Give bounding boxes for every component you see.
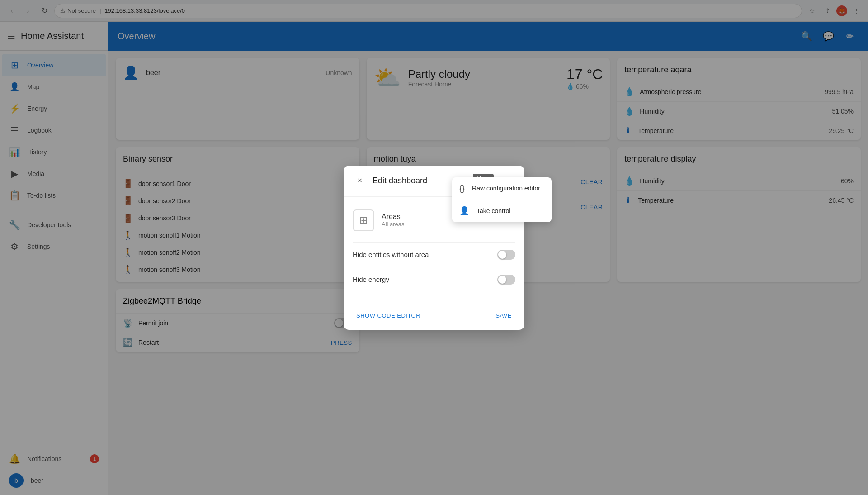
edit-dashboard-modal: × Edit dashboard ⋮ Menu {} Raw configura…: [344, 166, 524, 330]
area-label: Areas: [382, 213, 405, 221]
show-code-editor-button[interactable]: SHOW CODE EDITOR: [353, 309, 424, 323]
hide-entities-toggle[interactable]: [497, 250, 515, 260]
toggle-row-hide-energy: Hide energy: [353, 267, 515, 292]
modal-close-button[interactable]: ×: [353, 174, 367, 188]
save-button[interactable]: SAVE: [492, 309, 515, 323]
context-menu-item-raw[interactable]: {} Raw configuration editor: [452, 177, 552, 200]
modal-footer: SHOW CODE EDITOR SAVE: [344, 301, 524, 330]
take-control-label: Take control: [476, 207, 510, 214]
hide-entities-label: Hide entities without area: [353, 251, 497, 258]
raw-config-label: Raw configuration editor: [472, 185, 540, 192]
hide-energy-toggle[interactable]: [497, 275, 515, 285]
take-control-icon: 👤: [459, 206, 469, 216]
area-icon-box: ⊞: [353, 209, 374, 231]
raw-config-icon: {}: [459, 184, 465, 193]
modal-header: × Edit dashboard ⋮ Menu {} Raw configura…: [344, 166, 524, 197]
modal-menu-wrapper: ⋮ Menu {} Raw configuration editor 👤 Tak…: [499, 173, 515, 189]
areas-grid-icon: ⊞: [359, 214, 368, 226]
hide-energy-label: Hide energy: [353, 276, 497, 283]
context-menu-item-take-control[interactable]: 👤 Take control: [452, 200, 552, 222]
area-info: Areas All areas: [382, 213, 405, 228]
toggle-row-hide-entities: Hide entities without area: [353, 242, 515, 267]
modal-overlay[interactable]: × Edit dashboard ⋮ Menu {} Raw configura…: [0, 0, 868, 495]
area-sublabel: All areas: [382, 221, 405, 228]
context-menu: {} Raw configuration editor 👤 Take contr…: [452, 177, 552, 222]
